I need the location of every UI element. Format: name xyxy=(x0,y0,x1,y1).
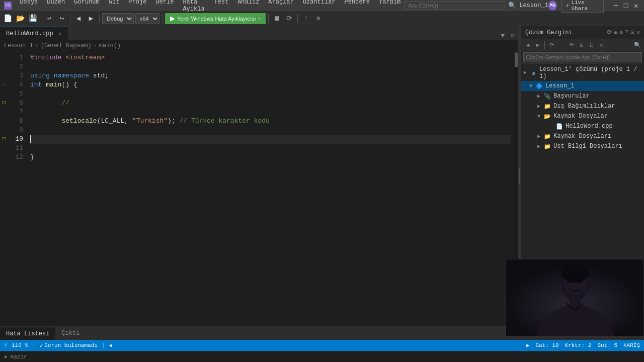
menu-analiz[interactable]: Analiz xyxy=(233,0,263,14)
tree-header-files[interactable]: ▶ 📁 Kaynak Dosyaları xyxy=(521,131,644,141)
line-num-5: 5 xyxy=(8,89,23,99)
gutter-10[interactable]: □ xyxy=(0,135,8,144)
breadcrumb-part1[interactable]: (Genel Kapsam) xyxy=(41,42,92,49)
tree-solution[interactable]: ▼ ⊞ Lesson_1' çözümü (proje 1 / 1) xyxy=(521,65,644,81)
line-num-11: 11 xyxy=(8,144,23,153)
stop-button[interactable]: ⏹ xyxy=(271,13,282,24)
live-share-button[interactable]: ⚡ Live Share xyxy=(561,0,604,13)
solution-filter-button[interactable]: ⊞ xyxy=(614,29,617,36)
status-sep2: | xyxy=(102,342,105,348)
git-button[interactable]: ⑂ xyxy=(300,13,311,24)
close-button[interactable]: ✕ xyxy=(632,2,640,10)
menu-araclar[interactable]: Araçlar xyxy=(264,0,297,14)
solution-sync-button[interactable]: ⟳ xyxy=(607,29,612,36)
bottom-tab-error-list[interactable]: Hata Listesi xyxy=(0,327,55,340)
arch-dropdown[interactable]: x64 xyxy=(135,13,159,24)
config-dropdown[interactable]: Debug xyxy=(102,13,134,24)
code-editor[interactable]: □ □ □ 1 2 3 4 5 6 7 8 9 10 11 xyxy=(0,51,518,326)
maximize-button[interactable]: □ xyxy=(622,2,630,10)
menu-hata[interactable]: Hata Ayıkla xyxy=(179,0,209,14)
breadcrumb-part0[interactable]: Lesson_1 xyxy=(4,42,33,49)
breadcrumb-part2[interactable]: main() xyxy=(99,42,121,49)
menu-git[interactable]: Git xyxy=(105,0,124,14)
scrollbar-thumb[interactable] xyxy=(515,52,518,67)
solution-panel-maximize[interactable]: ⊡ xyxy=(631,29,634,36)
ready-label: Hazır xyxy=(11,354,27,360)
settings-button[interactable]: ⚙ xyxy=(313,13,324,24)
tree-project[interactable]: ▼ 🔷 Lesson_1 xyxy=(521,81,644,91)
run-button-label: Yerel Windows Hata Ayıklayıcısı xyxy=(177,16,256,22)
menu-gorunum[interactable]: Görünüm xyxy=(70,0,103,14)
solution-collapse-all-button[interactable]: ≡ xyxy=(625,29,628,36)
live-share-label: Live Share xyxy=(571,0,599,12)
se-show-button[interactable]: 👁 xyxy=(567,41,576,50)
tab-collapse-button[interactable]: ▼ xyxy=(498,32,508,40)
code-line-2 xyxy=(30,62,511,71)
restart-button[interactable]: ⟳ xyxy=(284,13,295,24)
back-button[interactable]: ◀ xyxy=(73,13,84,24)
gutter-1 xyxy=(0,53,8,62)
status-scroll-right[interactable]: ▶ xyxy=(526,342,529,348)
tab-panel-button[interactable]: ⊡ xyxy=(508,32,518,40)
menu-proje[interactable]: Proje xyxy=(124,0,150,14)
menu-dosya[interactable]: Dosya xyxy=(16,0,42,14)
tree-helloword-cpp[interactable]: ▶ 📄 HelloWord.cpp xyxy=(521,121,644,131)
run-dropdown-arrow[interactable]: ▾ xyxy=(258,16,261,21)
line-num-6: 6 xyxy=(8,99,23,108)
se-sync-button[interactable]: ⟳ xyxy=(547,41,556,50)
line-num-12: 12 xyxy=(8,153,23,162)
se-search-button[interactable]: 🔍 xyxy=(633,41,642,50)
menu-duzen[interactable]: Düzen xyxy=(43,0,69,14)
code-line-7 xyxy=(30,108,511,117)
tree-external-deps[interactable]: ▶ 📁 Dış Bağımlılıklar xyxy=(521,101,644,111)
status-encoding[interactable]: KARİŞ xyxy=(623,342,640,348)
new-file-button[interactable]: 📄 xyxy=(2,13,13,24)
solution-icon: ⊞ xyxy=(529,69,537,77)
se-back-button[interactable]: ◀ xyxy=(523,41,532,50)
gutter-4[interactable]: □ xyxy=(0,80,8,89)
status-scroll-left[interactable]: ◀ xyxy=(109,342,112,348)
se-expand-button[interactable]: ⊞ xyxy=(577,41,586,50)
se-settings2-button[interactable]: ⚙ xyxy=(597,41,606,50)
code-content[interactable]: #include <iostream> using namespace std;… xyxy=(26,51,515,326)
open-file-button[interactable]: 📂 xyxy=(15,13,26,24)
bottom-tab-output[interactable]: Çıktı xyxy=(55,327,86,340)
menu-derle[interactable]: Derle xyxy=(151,0,178,14)
editor-tab-helloword[interactable]: HelloWord.cpp ✕ xyxy=(0,27,68,40)
se-forward-button[interactable]: ▶ xyxy=(533,41,542,50)
solution-search-bar xyxy=(521,51,644,64)
solution-search-input[interactable] xyxy=(523,52,642,62)
forward-button[interactable]: ▶ xyxy=(86,13,97,24)
run-button[interactable]: ▶ Yerel Windows Hata Ayıklayıcısı ▾ xyxy=(165,13,266,24)
se-filter-button[interactable]: ≡ xyxy=(557,41,566,50)
tree-header-files2[interactable]: ▶ 📁 Üst Bilgi Dosyaları xyxy=(521,141,644,151)
tab-bar: HelloWord.cpp ✕ ▼ ⊡ xyxy=(0,26,518,40)
solution-panel-close[interactable]: ✕ xyxy=(636,29,640,36)
menu-yardim[interactable]: Yardım xyxy=(375,0,405,14)
save-button[interactable]: 💾 xyxy=(27,13,38,24)
status-row[interactable]: Sat: 10 xyxy=(535,342,558,348)
tree-references[interactable]: ▶ 📎 Başvurular xyxy=(521,91,644,101)
menu-uzantilar[interactable]: Uzantılar xyxy=(299,0,340,14)
minimize-button[interactable]: ─ xyxy=(612,2,620,10)
gutter-7 xyxy=(0,108,8,117)
svg-point-5 xyxy=(568,280,573,283)
se-collapse-button[interactable]: ⊟ xyxy=(587,41,596,50)
menu-test[interactable]: Test xyxy=(210,0,232,14)
search-input[interactable] xyxy=(405,1,505,10)
redo-button[interactable]: ↪ xyxy=(56,13,67,24)
code-line-1: #include <iostream> xyxy=(30,53,511,62)
tab-close-button[interactable]: ✕ xyxy=(58,31,61,37)
tree-arrow-project: ▼ xyxy=(529,83,535,89)
status-col[interactable]: Krktr: 2 xyxy=(565,342,592,348)
status-zoom[interactable]: 110 % xyxy=(12,342,28,348)
status-sut[interactable]: Süt: 5 xyxy=(597,342,617,348)
tree-source-files[interactable]: ▼ 📂 Kaynak Dosyalar xyxy=(521,111,644,121)
solution-settings-button[interactable]: ⚙ xyxy=(619,29,623,36)
menu-pencere[interactable]: Pencere xyxy=(341,0,374,14)
status-problem-text: Sorun bulunamadı xyxy=(44,342,98,348)
solution-explorer-actions: ⟳ ⊞ ⚙ ≡ ⊡ ✕ xyxy=(607,29,640,36)
undo-button[interactable]: ↩ xyxy=(44,13,55,24)
status-no-problems[interactable]: ✓ Sorun bulunamadı xyxy=(40,342,98,349)
gutter-6[interactable]: □ xyxy=(0,99,8,108)
